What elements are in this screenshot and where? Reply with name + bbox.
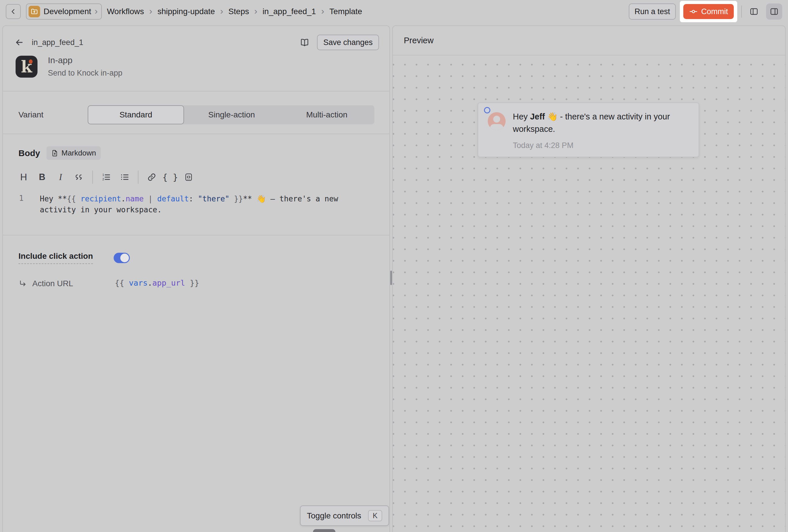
breadcrumb-workflows[interactable]: Workflows: [107, 7, 144, 16]
step-name: in_app_feed_1: [32, 38, 83, 47]
breadcrumb-workflow-name[interactable]: shipping-update: [157, 7, 215, 16]
hidden-control-peek: [313, 529, 335, 532]
chevron-right-icon: ›: [321, 6, 324, 17]
body-editor-section: Body Markdown H B I: [3, 134, 389, 235]
preview-title: Preview: [404, 36, 434, 45]
breadcrumb-steps[interactable]: Steps: [229, 7, 249, 16]
ordered-list-icon[interactable]: 1 2: [98, 170, 114, 185]
variant-selector-row: Variant Standard Single-action Multi-act…: [3, 92, 389, 134]
avatar: [488, 112, 506, 130]
commit-button[interactable]: Commit: [683, 4, 734, 19]
book-icon: [300, 38, 310, 47]
svg-text:1: 1: [102, 173, 104, 177]
folder-lock-icon: [28, 6, 40, 17]
tab-standard[interactable]: Standard: [88, 105, 184, 124]
topbar: Development › Workflows › shipping-updat…: [0, 0, 788, 23]
layout-left-icon: [749, 7, 759, 16]
arrow-down-right-icon: [18, 279, 27, 288]
toggle-right-panel-button[interactable]: [766, 3, 782, 20]
run-test-button[interactable]: Run a test: [629, 3, 676, 20]
template-editor-panel: in_app_feed_1 Save changes k In-app Send…: [2, 25, 390, 532]
body-code-editor[interactable]: 1 Hey **{{ recipient.name | default: "th…: [3, 185, 389, 235]
line-number: 1: [19, 193, 32, 215]
heading-icon[interactable]: H: [16, 170, 32, 185]
format-badge[interactable]: Markdown: [46, 146, 101, 160]
panel-resizer: [390, 25, 392, 532]
channel-info: k In-app Send to Knock in-app: [3, 54, 389, 92]
preview-header: Preview: [393, 26, 785, 55]
knock-logo: k: [16, 56, 38, 78]
unread-indicator: [484, 107, 490, 113]
divider: [138, 171, 138, 184]
markdown-file-icon: [51, 150, 59, 157]
person-icon: [493, 116, 500, 123]
code-block-icon[interactable]: [181, 170, 197, 185]
include-click-action-label: Include click action: [18, 252, 93, 264]
divider: [92, 171, 93, 184]
notification-preview-card[interactable]: Hey Jeff 👋 - there's a new activity in y…: [478, 102, 699, 157]
chevron-right-icon: ›: [220, 6, 223, 17]
formatting-toolbar: H B I 1 2: [3, 160, 389, 185]
docs-button[interactable]: [298, 36, 311, 48]
template-body-code[interactable]: Hey **{{ recipient.name | default: "ther…: [40, 193, 347, 215]
chevron-right-icon: ›: [149, 6, 152, 17]
editor-header: in_app_feed_1 Save changes: [3, 26, 389, 54]
topbar-actions: Run a test Commit: [629, 1, 782, 22]
chevron-right-icon: ›: [95, 6, 98, 17]
body-label: Body: [18, 148, 40, 158]
action-url-value[interactable]: {{ vars.app_url }}: [115, 278, 199, 287]
toggle-left-panel-button[interactable]: [746, 3, 762, 20]
layout-right-icon: [770, 7, 779, 16]
breadcrumb: Workflows › shipping-update › Steps › in…: [107, 6, 362, 17]
bold-icon[interactable]: B: [34, 170, 50, 185]
commit-icon: [689, 7, 698, 16]
arrow-left-icon[interactable]: [15, 38, 24, 47]
blockquote-icon[interactable]: [71, 170, 87, 185]
recipient-name: Jeff: [530, 112, 545, 121]
notification-message: Hey Jeff 👋 - there's a new activity in y…: [513, 111, 687, 135]
commit-spotlight: Commit: [680, 1, 737, 22]
environment-switcher[interactable]: Development ›: [26, 3, 102, 20]
link-icon[interactable]: [144, 170, 160, 185]
preview-canvas: Hey Jeff 👋 - there's a new activity in y…: [393, 55, 785, 532]
resize-handle[interactable]: [390, 271, 392, 285]
bullet-list-icon[interactable]: [117, 170, 133, 185]
action-url-label: Action URL: [32, 279, 73, 288]
tab-multi-action[interactable]: Multi-action: [279, 105, 374, 124]
liquid-braces-icon[interactable]: { }: [162, 170, 178, 185]
breadcrumb-step-name[interactable]: in_app_feed_1: [262, 7, 316, 16]
action-url-row: Action URL {{ vars.app_url }}: [18, 279, 374, 288]
breadcrumb-template[interactable]: Template: [329, 7, 362, 16]
tab-single-action[interactable]: Single-action: [184, 105, 279, 124]
channel-title: In-app: [48, 55, 122, 65]
variant-segmented-control: Standard Single-action Multi-action: [88, 105, 374, 124]
chevron-left-icon: [9, 8, 17, 15]
include-click-action-toggle[interactable]: [114, 253, 130, 263]
click-action-section: Include click action Action URL {{ vars.…: [3, 235, 389, 288]
channel-subtitle: Send to Knock in-app: [48, 69, 122, 78]
chevron-right-icon: ›: [254, 6, 257, 17]
keyboard-shortcut-badge: K: [368, 510, 382, 521]
environment-label: Development: [43, 7, 91, 16]
save-changes-button[interactable]: Save changes: [317, 35, 379, 50]
preview-panel: Preview Hey Jeff 👋 - there's a new activ…: [392, 25, 786, 532]
toggle-controls-button[interactable]: Toggle controls K: [300, 506, 389, 526]
back-button[interactable]: [6, 4, 21, 19]
variant-label: Variant: [18, 110, 88, 119]
italic-icon[interactable]: I: [53, 170, 68, 185]
main-content: in_app_feed_1 Save changes k In-app Send…: [0, 23, 788, 532]
svg-text:2: 2: [102, 177, 104, 181]
divider: [741, 5, 742, 18]
notification-timestamp: Today at 4:28 PM: [513, 141, 698, 150]
